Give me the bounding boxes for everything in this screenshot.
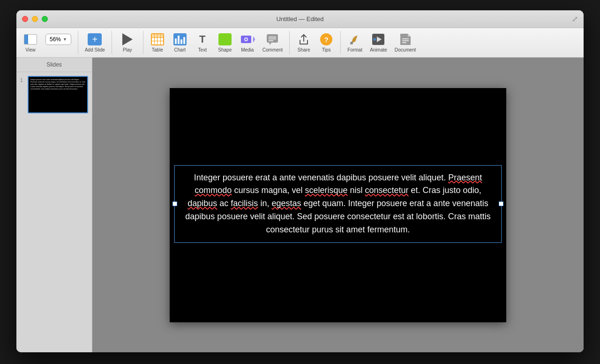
slides-list: 1 Integer posuere erat a ante venenatis … [16,72,92,352]
separator-1 [78,31,78,54]
format-label: Format [347,47,362,52]
view-icon [24,34,37,45]
text-label: Text [198,47,207,52]
zoom-arrow-icon: ▼ [63,37,67,42]
comment-icon [266,33,279,45]
comment-label: Comment [262,47,283,52]
squiggly-word-4: consectetur [365,186,409,195]
table-label: Table [152,47,163,52]
title-bar: Untitled — Edited ⤢ [16,10,584,28]
animate-label: Animate [370,47,387,52]
main-canvas[interactable]: Integer posuere erat a ante venenatis da… [92,58,584,352]
chart-bar-1 [175,38,177,44]
squiggly-word-6: facilisis [231,199,258,208]
document-label: Document [395,47,416,52]
chart-icon [173,33,187,45]
slide-number: 1 [20,78,26,83]
media-label: Media [241,47,254,52]
close-button[interactable] [22,16,28,22]
toolbar: View 56% ▼ Zoom + Add Slide [16,28,584,58]
add-slide-icon: + [88,33,102,45]
document-button[interactable]: Document [392,31,419,54]
play-button[interactable]: Play [116,31,139,54]
app-window: Untitled — Edited ⤢ View 56% ▼ Zoom [16,10,584,352]
zoom-value: 56% [50,36,61,43]
svg-rect-4 [267,34,278,43]
slide-thumb-text: Integer posuere erat a ante venenatis da… [29,77,87,92]
squiggly-word-2: commodo [195,186,232,195]
tips-icon: ? [320,33,332,45]
comment-button[interactable]: Comment [260,31,285,54]
share-button[interactable]: Share [293,31,314,54]
shape-label: Shape [218,47,232,52]
shape-button[interactable]: Shape [215,31,235,54]
minimize-button[interactable] [32,16,38,22]
slide-canvas[interactable]: Integer posuere erat a ante venenatis da… [170,88,506,322]
svg-point-11 [373,38,376,41]
svg-marker-1 [253,36,255,43]
animate-button[interactable]: Animate [367,31,390,54]
squiggly-word-3: scelerisque [305,186,347,195]
view-label: View [25,47,36,52]
share-label: Share [298,47,310,52]
chart-bar-2 [178,36,180,44]
chart-bar-3 [180,39,182,44]
add-slide-button[interactable]: + Add Slide [82,31,108,54]
chart-button[interactable]: Chart [170,31,190,54]
fullscreen-button[interactable]: ⤢ [572,15,578,23]
separator-2 [112,31,112,54]
chart-bar-4 [183,37,185,44]
squiggly-word-7: egestas [271,199,301,208]
table-icon [151,33,164,45]
slide-text-content[interactable]: Integer posuere erat a ante venenatis da… [182,171,494,237]
svg-marker-5 [269,43,271,45]
media-button[interactable]: Media [237,31,258,54]
document-icon [399,33,412,46]
zoom-dropdown[interactable]: 56% ▼ [45,34,71,45]
shape-icon [218,33,232,45]
share-icon [297,33,310,46]
media-icon [240,33,255,45]
slides-panel-header: Slides [16,58,92,72]
media-icon-svg [240,33,255,45]
svg-point-9 [350,42,353,45]
separator-3 [143,31,143,54]
tips-button[interactable]: ? Tips [316,31,337,54]
window-title: Untitled — Edited [276,15,323,22]
separator-4 [289,31,290,54]
format-button[interactable]: Format [345,31,365,54]
svg-point-3 [245,38,247,40]
separator-5 [340,31,341,54]
traffic-lights [22,16,48,22]
add-slide-label: Add Slide [85,47,105,52]
table-button[interactable]: Table [147,31,168,54]
maximize-button[interactable] [42,16,48,22]
play-icon [122,33,133,45]
format-icon [348,33,362,46]
text-box[interactable]: Integer posuere erat a ante venenatis da… [174,165,502,243]
squiggly-word-1: Praesent [448,173,482,182]
slides-panel: Slides 1 Integer posuere erat a ante ven… [16,58,92,352]
chart-label: Chart [174,47,186,52]
slide-thumbnail[interactable]: Integer posuere erat a ante venenatis da… [28,76,88,113]
squiggly-word-5: dapibus [188,199,217,208]
text-button[interactable]: T Text [192,31,213,54]
tips-label: Tips [322,47,331,52]
animate-icon [371,33,385,46]
content-area: Slides 1 Integer posuere erat a ante ven… [16,58,584,352]
zoom-control[interactable]: 56% ▼ Zoom [43,31,74,54]
play-label: Play [123,47,132,52]
view-button[interactable]: View [20,31,41,54]
slide-item-1[interactable]: 1 Integer posuere erat a ante venenatis … [20,76,88,113]
text-icon: T [196,33,209,45]
